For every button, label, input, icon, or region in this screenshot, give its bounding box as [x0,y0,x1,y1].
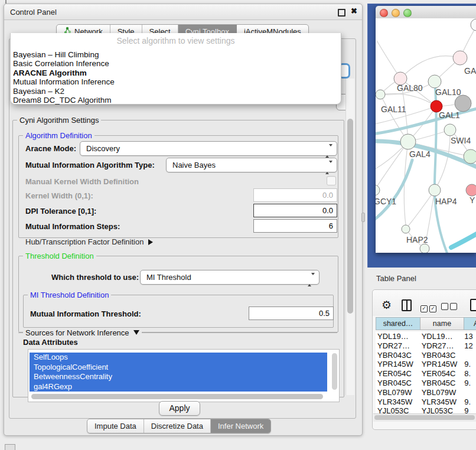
column-header-partial[interactable]: A [464,317,476,330]
attribute-item[interactable]: BetweennessCentrality [30,372,327,382]
table-body[interactable]: YDL19… YDL19… 13 YDR27… YDR27… 12 YBR043… [376,332,476,413]
table-row[interactable]: YBL079W YBL079W [376,388,476,397]
table-row[interactable]: YPR145W YPR145W 9. [376,360,476,369]
aracne-mode-select[interactable]: Discovery [80,141,337,156]
minimize-traffic-light-icon[interactable] [392,9,400,17]
mi-algorithm-type-select[interactable]: Naive Bayes [166,158,337,172]
cell[interactable]: YBR043C [420,351,465,360]
cell[interactable]: YLR345W [376,397,420,407]
cell[interactable]: 9 [464,406,476,413]
apply-button[interactable]: Apply [159,401,200,416]
tab-discretize-data[interactable]: Discretize Data [144,419,211,433]
node-gray[interactable] [455,95,471,112]
cell[interactable]: 9. [464,360,476,369]
mi-steps-field[interactable] [253,219,337,233]
attribute-list-hscrollbar[interactable] [31,394,323,399]
attribute-item[interactable]: SelfLoops [30,353,327,363]
table-row[interactable]: YER054C YER054C 8. [376,369,476,379]
dpi-tolerance-field[interactable] [253,204,337,217]
close-icon[interactable]: ✖ [351,6,357,15]
table-hscrollbar[interactable] [373,413,476,422]
dropdown-item[interactable]: Basic Correlation Inference [11,59,341,68]
table-row[interactable]: YBR043C YBR043C [376,351,476,360]
deselect-all-columns-icon[interactable] [441,302,459,312]
cell[interactable]: YJL053C [376,406,420,413]
node-pink[interactable] [466,184,476,196]
network-window-titlebar[interactable] [376,6,476,19]
tab-infer-network[interactable]: Infer Network [211,419,270,433]
node[interactable] [471,19,476,31]
network-canvas[interactable]: GAL7 GAL80 GAL10 GAL11 GAL1 SWI4 GAL4 GC… [376,18,476,253]
data-attributes-list[interactable]: SelfLoops TopologicalCoefficient Between… [28,349,340,402]
manual-kernel-width-checkbox[interactable] [327,176,336,185]
cell[interactable]: YER054C [420,369,465,379]
tab-impute-data[interactable]: Impute Data [87,419,144,433]
cell[interactable] [464,388,476,397]
cell[interactable]: YPR145W [376,360,420,369]
cell[interactable]: YBR043C [376,351,420,360]
dropdown-item[interactable]: Bayesian – K2 [11,87,341,96]
attribute-list-vscrollbar[interactable] [332,353,337,390]
cell[interactable]: YBR045C [420,379,465,388]
which-threshold-select[interactable]: MI Threshold [140,270,319,285]
node-gal7[interactable] [453,51,467,65]
node-hap2[interactable] [402,225,410,233]
node-label: GAL10 [435,87,461,97]
cell[interactable]: YLR345W [420,397,465,407]
table-row[interactable]: YLR345W YLR345W 9. [376,397,476,407]
cell[interactable]: 9. [464,379,476,388]
cell[interactable]: YER054C [376,369,420,379]
cell[interactable]: YBL079W [376,388,420,397]
settings-scrollbar[interactable] [345,79,354,395]
node[interactable] [420,244,429,253]
cell[interactable]: YDL19… [376,332,420,341]
attribute-item[interactable]: TopologicalCoefficient [30,363,327,373]
node-hap4[interactable] [429,184,441,196]
cell[interactable]: YDR27… [420,341,465,351]
node-gal10[interactable] [428,75,441,88]
dropdown-item[interactable]: Bayesian – Hill Climbing [11,50,341,59]
table-row[interactable]: YBR045C YBR045C 9. [376,379,476,388]
table-row[interactable]: YDL19… YDL19… 13 [376,332,476,341]
node[interactable] [464,149,476,164]
cell[interactable]: YBR045C [376,379,420,388]
column-header-shared-name[interactable]: shared… [376,317,420,330]
attribute-item[interactable]: gal4RGexp [30,382,327,392]
dropdown-item-selected[interactable]: ARACNE Algorithm [11,69,341,77]
dropdown-item[interactable]: Dream8 DC_TDC Algorithm [11,96,341,105]
dropdown-item[interactable]: Mutual Information Inference [11,77,341,86]
cell[interactable]: YPR145W [420,360,465,369]
minimized-panel-icon[interactable] [5,444,15,450]
panel-splitter-handle[interactable] [361,213,365,222]
cell[interactable]: 12 [464,341,476,351]
node-gal4[interactable] [400,134,416,149]
new-table-icon[interactable] [470,299,476,311]
cell[interactable]: YDR27… [376,341,420,351]
split-columns-icon[interactable] [402,299,412,311]
cell[interactable]: 9. [464,397,476,407]
control-panel-titlebar[interactable]: Control Panel ✖ [4,4,362,20]
select-all-columns-icon[interactable]: ✓✓ [420,302,438,312]
close-traffic-light-icon[interactable] [380,9,388,17]
float-window-icon[interactable] [338,9,345,17]
cell[interactable]: 8. [464,369,476,379]
column-header-name[interactable]: name [420,317,464,330]
table-row[interactable]: YJL053C YJL053C 9 [376,406,476,413]
cell[interactable]: YJL053C [420,406,465,413]
node-gcy1[interactable] [376,185,380,195]
kernel-width-field[interactable] [253,188,337,202]
node-gal11[interactable] [376,90,385,99]
table-row[interactable]: YDR27… YDR27… 12 [376,341,476,351]
cell[interactable] [464,351,476,360]
zoom-traffic-light-icon[interactable] [403,9,412,17]
cell[interactable]: YBL079W [420,388,465,397]
table-hscrollbar-thumb[interactable] [374,415,475,420]
hub-transcription-factor-expander[interactable]: Hub/Transcription Factor Definition [25,237,153,246]
settings-scrollbar-thumb[interactable] [347,119,353,314]
sources-title[interactable]: Sources for Network Inference [23,328,142,337]
cell[interactable]: YDL19… [420,332,465,341]
gear-icon[interactable]: ⚙ [382,298,392,312]
node-gal1[interactable] [444,124,456,136]
mi-threshold-field[interactable] [249,306,334,320]
cell[interactable]: 13 [464,332,476,341]
